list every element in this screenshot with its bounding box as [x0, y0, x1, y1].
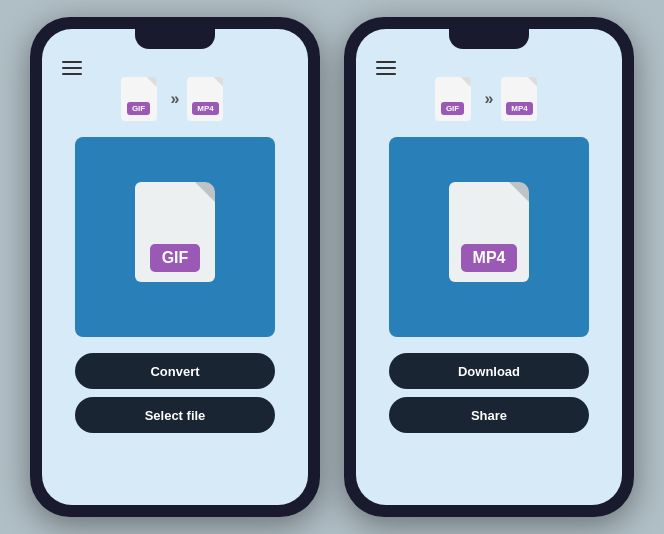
notch-1 [135, 29, 215, 49]
file-corner [461, 77, 471, 87]
hamburger-line [376, 73, 396, 75]
phone-2: GIF » MP4 [344, 17, 634, 517]
file-body: GIF [435, 77, 471, 121]
mp4-file-icon-small-2: MP4 [501, 77, 543, 125]
phone-2-screen: GIF » MP4 [356, 29, 622, 505]
hamburger-line [376, 67, 396, 69]
format-bar-1: GIF » MP4 [121, 77, 230, 125]
preview-box-1: GIF [75, 137, 275, 337]
arrows-1: » [171, 90, 180, 108]
preview-box-2: MP4 [389, 137, 589, 337]
share-button[interactable]: Share [389, 397, 589, 433]
notch-2 [449, 29, 529, 49]
format-to-badge-2: MP4 [501, 77, 543, 125]
big-gif-icon: GIF [130, 182, 220, 292]
gif-file-icon-2: GIF [435, 77, 477, 125]
format-from-badge-1: GIF [121, 77, 163, 125]
format-from-label-1: GIF [127, 102, 150, 115]
gif-file-icon: GIF [121, 77, 163, 125]
file-body: MP4 [187, 77, 223, 121]
format-from-label-2: GIF [441, 102, 464, 115]
big-file-body: MP4 [449, 182, 529, 282]
file-body: GIF [121, 77, 157, 121]
file-corner [527, 77, 537, 87]
file-corner [213, 77, 223, 87]
hamburger-line [62, 73, 82, 75]
big-file-corner [509, 182, 529, 202]
file-corner [147, 77, 157, 87]
convert-button[interactable]: Convert [75, 353, 275, 389]
big-file-body: GIF [135, 182, 215, 282]
big-format-label-2: MP4 [461, 244, 518, 272]
mp4-file-icon-small: MP4 [187, 77, 229, 125]
phone-1-screen: GIF » MP4 [42, 29, 308, 505]
hamburger-line [376, 61, 396, 63]
phone-1-content: GIF » MP4 [42, 29, 308, 505]
download-button[interactable]: Download [389, 353, 589, 389]
big-file-corner [195, 182, 215, 202]
arrows-2: » [485, 90, 494, 108]
format-bar-2: GIF » MP4 [435, 77, 544, 125]
hamburger-menu-1[interactable] [62, 61, 82, 75]
big-mp4-icon: MP4 [444, 182, 534, 292]
format-to-label-1: MP4 [192, 102, 218, 115]
select-file-button[interactable]: Select file [75, 397, 275, 433]
phone-2-content: GIF » MP4 [356, 29, 622, 505]
format-from-badge-2: GIF [435, 77, 477, 125]
format-to-badge-1: MP4 [187, 77, 229, 125]
phone-1: GIF » MP4 [30, 17, 320, 517]
hamburger-line [62, 61, 82, 63]
hamburger-menu-2[interactable] [376, 61, 396, 75]
hamburger-line [62, 67, 82, 69]
format-to-label-2: MP4 [506, 102, 532, 115]
big-format-label-1: GIF [150, 244, 201, 272]
file-body: MP4 [501, 77, 537, 121]
